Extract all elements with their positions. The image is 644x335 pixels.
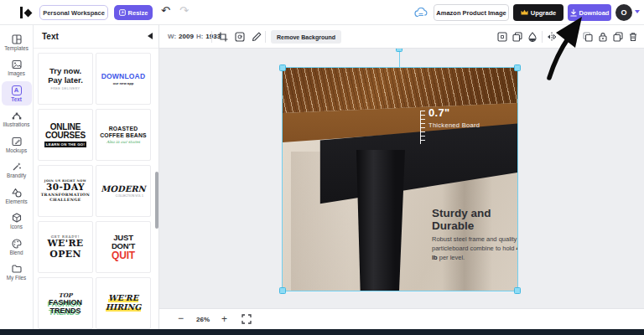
mockups-icon: [12, 137, 22, 147]
sidebar-item-icons[interactable]: Icons: [2, 209, 32, 234]
rotation-handle[interactable]: [396, 49, 402, 52]
sidebar-item-images[interactable]: Images: [2, 56, 32, 80]
bring-forward-icon[interactable]: [583, 32, 593, 42]
text-template-modern[interactable]: MODERN COLLECTION VOL 1: [96, 165, 151, 217]
delete-trash-icon[interactable]: [628, 32, 638, 42]
sidebar-item-illustrations[interactable]: Illustrations: [2, 107, 32, 131]
panel-scrollbar[interactable]: [155, 172, 158, 229]
avatar[interactable]: O: [615, 4, 632, 21]
illustrations-icon: [12, 111, 22, 121]
sidebar-item-text[interactable]: A Text: [2, 81, 32, 106]
panel-header: Text: [34, 25, 159, 49]
tool-sidebar: Templates Images A Text Illustrations Mo…: [0, 25, 34, 329]
remove-background-button[interactable]: Remove Background: [271, 30, 341, 44]
selection-handle-bottom-right[interactable]: [514, 287, 521, 294]
selection-handle-bottom-left[interactable]: [279, 287, 286, 294]
crop-icon[interactable]: [218, 32, 228, 42]
text-template-were-open[interactable]: GET READY! WE'RE OPEN: [38, 221, 93, 273]
elements-icon: [12, 188, 22, 198]
workspace-button[interactable]: Personal Workspace: [39, 5, 108, 20]
text-template-download-app[interactable]: DOWNLOAD our new app: [96, 53, 151, 105]
rotation-handle-line: [399, 52, 400, 67]
brandify-wand-icon: [12, 162, 22, 172]
sidebar-item-my-files[interactable]: My Files: [2, 260, 32, 285]
sidebar-item-brandify[interactable]: Brandify: [2, 158, 32, 183]
top-bar: Personal Workspace Resize ↶ ↷ Amazon Pro…: [0, 0, 644, 25]
pixelied-editor: Personal Workspace Resize ↶ ↷ Amazon Pro…: [0, 0, 644, 335]
resize-label: Resize: [128, 9, 148, 17]
dimensions-readout: W: 2009 H: 1933: [168, 33, 221, 40]
panel-title: Text: [42, 32, 59, 41]
flip-icon[interactable]: [547, 32, 557, 42]
folder-icon: [12, 264, 22, 274]
account-menu-caret-icon[interactable]: [635, 10, 640, 13]
selection-handle-top-right[interactable]: [514, 64, 521, 71]
board-thickness-label: 0.7": [428, 106, 449, 119]
canvas-toolbar: W: 2009 H: 1933 Remove Background: [159, 25, 644, 49]
text-template-just-dont-quit[interactable]: JUST DON'T QUIT: [96, 221, 151, 273]
zoom-bar: − 26% +: [159, 308, 644, 329]
text-template-roasted-coffee[interactable]: ROASTED COFFEE BEANS Also in our stores: [96, 109, 151, 161]
text-template-try-pay[interactable]: Try now. Pay later. FREE DELIVERY: [38, 53, 93, 105]
download-button[interactable]: Download: [568, 4, 611, 21]
canvas-area[interactable]: 0.7" Thickened Board Sturdy and Durable …: [159, 49, 644, 308]
design-title-field[interactable]: Amazon Product Image: [434, 4, 509, 21]
zoom-out-button[interactable]: −: [178, 312, 184, 324]
text-template-online-courses[interactable]: ONLINE COURSES LEARN ON THE GO!: [38, 109, 93, 161]
shadow-icon[interactable]: [527, 32, 538, 42]
thickened-board-label: Thickened Board: [428, 121, 480, 129]
undo-button[interactable]: ↶: [161, 4, 170, 17]
cloud-sync-icon: [414, 7, 428, 22]
steel-leg: [356, 150, 405, 291]
product-image[interactable]: 0.7" Thickened Board Sturdy and Durable …: [283, 68, 517, 291]
text-icon: A: [12, 85, 22, 95]
download-icon: [570, 9, 577, 17]
sidebar-item-templates[interactable]: Templates: [2, 30, 32, 54]
app-logo-icon[interactable]: [20, 7, 34, 18]
visibility-eye-icon[interactable]: [562, 32, 572, 42]
duplicate-icon[interactable]: [613, 32, 623, 42]
bottom-edge-strip: [0, 329, 644, 335]
sidebar-item-mockups[interactable]: Mockups: [2, 132, 32, 157]
replace-image-icon[interactable]: [235, 32, 245, 42]
edit-pencil-icon[interactable]: [252, 32, 262, 42]
text-template-were-hiring-script[interactable]: WE'RE HIRING: [96, 277, 151, 329]
palette-icon: [12, 239, 22, 249]
resize-button[interactable]: Resize: [114, 5, 153, 20]
sidebar-item-elements[interactable]: Elements: [2, 183, 32, 208]
product-body-text: Robust steel frame and quality particleb…: [432, 235, 517, 263]
panel-collapse-icon[interactable]: [148, 33, 153, 39]
text-templates-panel: Try now. Pay later. FREE DELIVERY DOWNLO…: [34, 25, 159, 329]
redo-button[interactable]: ↷: [179, 4, 189, 17]
selection-handle-top-left[interactable]: [279, 64, 286, 71]
zoom-in-button[interactable]: +: [221, 313, 227, 325]
position-icon[interactable]: [497, 32, 507, 42]
templates-icon: [12, 34, 22, 44]
upgrade-button[interactable]: Upgrade: [513, 4, 564, 21]
fullscreen-icon[interactable]: [242, 314, 252, 324]
lock-icon[interactable]: [598, 32, 608, 42]
sidebar-item-blend[interactable]: Blend: [2, 234, 32, 259]
sturdy-durable-headline: Sturdy and Durable: [432, 207, 517, 232]
text-template-top-fashion[interactable]: TOP FASHION TRENDS: [38, 277, 93, 329]
workspace-label: Personal Workspace: [43, 9, 105, 17]
images-icon: [12, 59, 22, 70]
cube-icon: [12, 213, 22, 223]
zoom-level[interactable]: 26%: [196, 316, 210, 323]
layers-icon[interactable]: [512, 32, 522, 42]
width-value: 2009: [179, 33, 194, 40]
crown-icon: [521, 9, 528, 16]
resize-icon: [119, 9, 126, 16]
measurement-ruler: [420, 111, 425, 144]
text-template-30-day[interactable]: JOIN US RIGHT NOW 30-DAY TRANSFORMATION …: [38, 165, 93, 217]
